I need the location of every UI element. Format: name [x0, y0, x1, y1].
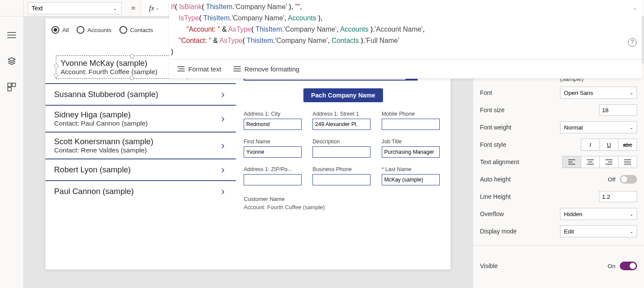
fontweight-select[interactable]: Normal⌄ — [560, 121, 637, 133]
toggle-label: On — [608, 263, 615, 269]
svg-rect-0 — [8, 83, 11, 87]
prop-label-fontstyle: Font style — [480, 141, 581, 148]
chevron-down-icon: ⌄ — [630, 229, 633, 234]
item-subtitle: Contact: Paul Cannon (sample) — [54, 120, 221, 127]
radio-icon — [52, 26, 59, 34]
property-selector[interactable]: Text ⌄ — [28, 2, 122, 14]
layers-icon[interactable] — [6, 55, 17, 67]
chevron-right-icon[interactable]: › — [221, 88, 230, 100]
align-right-button[interactable] — [599, 156, 618, 168]
detail-form: Accounts Contacts Fourth Coffee (sample)… — [236, 51, 451, 255]
prop-label-lineheight: Line Height — [480, 193, 599, 200]
tab-contacts[interactable]: Contacts — [119, 26, 153, 34]
field-label: Description — [312, 139, 374, 145]
item-title: Paul Cannon (sample) — [54, 187, 221, 196]
fx-button[interactable]: fx ⌄ — [141, 0, 166, 16]
field-input[interactable]: Yvonne — [244, 146, 302, 158]
item-title: Susanna Stubberod (sample) — [54, 90, 221, 99]
field-input[interactable]: 249 Alexander Pl. — [312, 119, 370, 130]
gallery: Yvonne McKay (sample) Account: Fourth Co… — [45, 51, 236, 255]
toggle-label: Off — [608, 176, 615, 183]
field-label: Address 1: ZIP/Po... — [244, 166, 305, 172]
item-subtitle: Contact: Rene Valdes (sample) — [54, 146, 221, 154]
field-input[interactable] — [382, 119, 440, 130]
svg-rect-1 — [12, 83, 16, 87]
italic-button[interactable]: I — [581, 139, 600, 151]
formula-text[interactable]: If( IsBlank( ThisItem.'Company Name' ), … — [169, 0, 642, 59]
visible-toggle[interactable] — [620, 262, 637, 270]
displaymode-select[interactable]: Edit⌄ — [560, 225, 637, 237]
customer-name-label: Customer Name — [244, 196, 443, 202]
field-label: Mobile Phone — [382, 111, 443, 117]
chevron-right-icon[interactable]: › — [221, 164, 230, 176]
property-selector-value: Text — [32, 5, 43, 12]
formula-bar[interactable]: If( IsBlank( ThisItem.'Company Name' ), … — [169, 0, 642, 79]
prop-label-fontsize: Font size — [480, 107, 599, 113]
field-input[interactable]: McKay (sample) — [382, 174, 440, 185]
gallery-item[interactable]: Scott Konersmann (sample)Contact: Rene V… — [45, 132, 236, 159]
format-text-icon — [177, 66, 185, 72]
autoheight-toggle[interactable] — [620, 175, 637, 184]
prop-label-font: Font — [480, 89, 560, 96]
chevron-down-icon: ⌄ — [630, 91, 633, 95]
field-label: Address 1: Street 1 — [312, 111, 374, 117]
format-text-label: Format text — [188, 65, 221, 73]
field-input[interactable]: Purchasing Manager — [382, 146, 440, 158]
tab-accounts[interactable]: Accounts — [77, 26, 112, 34]
left-rail — [0, 16, 24, 288]
font-select[interactable]: Open Sans⌄ — [560, 87, 637, 99]
align-justify-button[interactable] — [618, 156, 637, 168]
hamburger-icon[interactable] — [6, 29, 17, 41]
prop-label-autoheight: Auto height — [480, 176, 608, 183]
radio-icon — [119, 26, 127, 34]
prop-label-overflow: Overflow — [480, 210, 560, 217]
field-input[interactable] — [312, 146, 370, 158]
strike-button[interactable]: abc — [618, 139, 637, 151]
align-left-button[interactable] — [562, 156, 581, 168]
select-value: Hidden — [564, 211, 583, 217]
tab-all[interactable]: All — [52, 26, 69, 34]
chevron-right-icon[interactable]: › — [221, 113, 230, 125]
chevron-down-icon: ⌄ — [630, 125, 633, 130]
chevron-down-icon: ⌄ — [155, 6, 159, 10]
select-value: Normal — [564, 124, 583, 131]
format-text-button[interactable]: Format text — [177, 65, 221, 73]
select-value: Open Sans — [564, 90, 593, 96]
patch-button[interactable]: Pach Company Name — [303, 88, 383, 102]
gallery-item[interactable]: Sidney Higa (sample)Contact: Paul Cannon… — [45, 105, 236, 132]
lineheight-input[interactable]: 1.2 — [599, 191, 637, 202]
gallery-item[interactable]: Robert Lyon (sample) › — [45, 159, 236, 180]
chevron-right-icon[interactable]: › — [221, 185, 230, 197]
components-icon[interactable] — [6, 81, 17, 93]
item-title: Scott Konersmann (sample) — [54, 137, 221, 146]
field-label: Address 1: City — [244, 111, 305, 117]
underline-button[interactable]: U — [599, 139, 618, 151]
gallery-item[interactable]: Susanna Stubberod (sample) › — [45, 83, 236, 105]
field-input[interactable] — [312, 174, 370, 185]
tab-label: Contacts — [130, 27, 153, 33]
properties-panel: Text Account: Fourth Coffee (sample) Fon… — [473, 63, 644, 288]
remove-formatting-label: Remove formatting — [245, 65, 299, 73]
fontsize-input[interactable]: 18 — [599, 104, 637, 116]
fontstyle-buttons: I U abc — [581, 139, 637, 151]
field-input[interactable] — [244, 174, 302, 185]
prop-label-align: Text alignment — [480, 159, 563, 165]
prop-label-fontweight: Font weight — [480, 124, 560, 131]
radio-icon — [77, 26, 84, 34]
align-center-button[interactable] — [581, 156, 600, 168]
field-label: Job Title — [382, 139, 443, 145]
select-value: Edit — [564, 228, 574, 235]
field-input[interactable]: Redmond — [244, 119, 302, 130]
help-icon[interactable]: ? — [628, 38, 637, 47]
align-buttons — [563, 156, 637, 168]
overflow-select[interactable]: Hidden⌄ — [560, 208, 637, 220]
tab-label: Accounts — [87, 27, 112, 33]
field-label: First Name — [244, 139, 305, 145]
expand-chevron-icon[interactable]: ⌄ — [633, 4, 637, 12]
chevron-down-icon: ⌄ — [630, 212, 633, 217]
remove-formatting-button[interactable]: Remove formatting — [233, 65, 299, 73]
gallery-item[interactable]: Paul Cannon (sample) › — [45, 180, 236, 202]
item-title: Sidney Higa (sample) — [54, 110, 221, 120]
tab-label: All — [62, 27, 69, 33]
chevron-right-icon[interactable]: › — [221, 139, 230, 152]
